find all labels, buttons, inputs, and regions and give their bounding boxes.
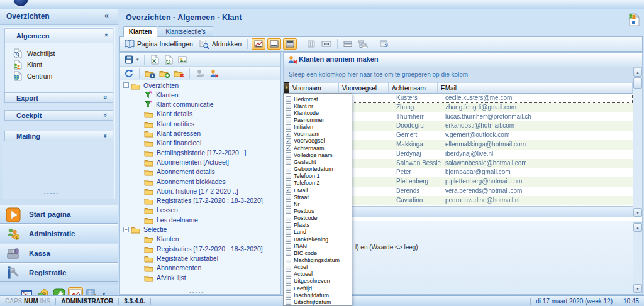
tree-item-registraties-17-2-2020-18-3-2020-[interactable]: Registraties [17-2-2020 : 18-3-2020]	[144, 196, 263, 205]
autosize-button[interactable]	[319, 39, 333, 49]
checkbox-unchecked[interactable]	[286, 236, 291, 242]
checkbox-unchecked[interactable]	[286, 152, 291, 158]
tree-item-afvink-lijst[interactable]: Afvink lijst	[144, 273, 186, 282]
checkbox-unchecked[interactable]	[286, 278, 291, 284]
page-settings-button[interactable]: Pagina Instellingen	[123, 38, 195, 50]
column-header-achternaam[interactable]: Achternaam	[389, 82, 438, 94]
layout-chart-toggle[interactable]	[252, 38, 265, 50]
export-image-button[interactable]	[177, 54, 188, 65]
tab-klanten[interactable]: Klanten	[123, 26, 157, 37]
chooser-item-klant-nr[interactable]: Klant nr	[284, 102, 352, 109]
checkbox-unchecked[interactable]	[286, 299, 291, 305]
delete-user-report-button[interactable]	[208, 68, 219, 79]
chooser-item-iban[interactable]: IBAN	[284, 243, 352, 249]
chooser-item-plaats[interactable]: Plaats	[284, 222, 352, 229]
chooser-item-telefoon-2[interactable]: Telefoon 2	[284, 180, 352, 187]
tree-item-lessen[interactable]: Lessen	[144, 205, 178, 215]
chooser-item-volledige-naam[interactable]: Volledige naam	[284, 151, 352, 158]
chooser-item-geslacht[interactable]: Geslacht	[284, 158, 352, 165]
chooser-item-actief[interactable]: Actief	[284, 264, 352, 271]
checkbox-unchecked[interactable]	[286, 292, 291, 298]
scroll-down-icon[interactable]: ▼	[633, 284, 642, 293]
tab-klantselecties[interactable]: Klantselectie's	[158, 26, 213, 37]
sidebar-item-klant[interactable]: Klant	[13, 59, 107, 70]
group-by-box[interactable]: Sleep een kolomkop hier naar toe om te g…	[284, 67, 642, 82]
checkbox-checked[interactable]: ✓	[286, 145, 291, 151]
checkbox-unchecked[interactable]	[286, 110, 291, 116]
checkbox-unchecked[interactable]	[286, 117, 291, 123]
column-header-email[interactable]: EMail	[438, 82, 633, 94]
checkbox-unchecked[interactable]	[286, 229, 291, 235]
scroll-down-icon[interactable]: ▼	[633, 208, 642, 217]
nav-administratie[interactable]: €Administratie	[0, 224, 118, 243]
column-header-voorvoegsel[interactable]: Voorvoegsel	[339, 82, 389, 94]
chevron-down-icon[interactable]: »	[102, 96, 109, 99]
layout-bottom-toggle[interactable]	[267, 38, 281, 50]
tree-expander-icon[interactable]: −	[123, 227, 129, 232]
chooser-item-email[interactable]: ✓EMail	[284, 187, 352, 194]
column-header-voornaam[interactable]: Voornaam	[289, 82, 339, 94]
tree-item-abonnementen-actueel-[interactable]: Abonnementen [Actueel]	[144, 157, 229, 167]
tree-item-selectie[interactable]: Selectie	[131, 225, 167, 234]
tree-item-betalingshistorie-17-2-2020-[interactable]: Betalingshistorie [17-2-2020 ..]	[144, 148, 246, 157]
checkbox-unchecked[interactable]	[286, 167, 291, 172]
filter-vscrollbar[interactable]: ▲ ▼	[633, 222, 643, 293]
nav-kassa[interactable]: Kassa	[0, 244, 118, 263]
sidebar-item-wachtlijst[interactable]: Wachtlijst	[13, 48, 107, 58]
export-window-button[interactable]	[378, 39, 392, 49]
tree-item-klant-communicatie[interactable]: Klant communicatie	[144, 100, 214, 109]
algemeen-group-header[interactable]: Algemeen »	[5, 29, 113, 43]
checkbox-checked[interactable]: ✓	[286, 131, 291, 137]
checkbox-unchecked[interactable]	[286, 216, 291, 221]
chooser-item-leeftijd[interactable]: Leeftijd	[284, 285, 352, 292]
tree-item-registraties-17-2-2020-18-3-2020-[interactable]: Registraties [17-2-2020 : 18-3-2020]	[144, 244, 263, 253]
tree-item-overzichten[interactable]: Overzichten	[131, 80, 179, 90]
chooser-item-nr[interactable]: Nr	[284, 200, 352, 207]
export-excel-button[interactable]: X	[149, 54, 160, 65]
scroll-up-icon[interactable]: ▲	[633, 223, 642, 232]
checkbox-unchecked[interactable]	[286, 243, 291, 249]
chooser-item-achternaam[interactable]: ✓Achternaam	[284, 145, 352, 151]
save-report-button[interactable]: ▾	[123, 54, 140, 65]
checkbox-unchecked[interactable]	[286, 250, 291, 256]
checkbox-checked[interactable]: ✓	[286, 187, 291, 193]
tree-item-klant-notities[interactable]: Klant notities	[144, 119, 194, 128]
scroll-up-icon[interactable]: ▲	[633, 68, 642, 77]
tree-item-klant-financieel[interactable]: Klant financieel	[144, 138, 201, 148]
tree-item-klant-details[interactable]: Klant details	[144, 109, 192, 119]
chooser-item-bic-code[interactable]: BIC code	[284, 249, 352, 256]
checkbox-checked[interactable]: ✓	[286, 138, 291, 144]
chooser-item-straat[interactable]: Straat	[284, 194, 352, 200]
tree-item-abon-historie-17-2-2020-[interactable]: Abon. historie [17-2-2020 ..]	[144, 186, 238, 195]
sidebar-item-centrum[interactable]: Centrum	[13, 70, 107, 81]
sidebar-group-mailing[interactable]: Mailing»	[4, 131, 113, 141]
checkbox-unchecked[interactable]	[286, 124, 291, 130]
tree-item-les-deelname[interactable]: Les deelname	[144, 215, 198, 224]
column-chooser-button[interactable]: ✶	[284, 82, 289, 94]
chooser-item-pasnummer[interactable]: Pasnummer	[284, 116, 352, 123]
chooser-item-voorvoegsel[interactable]: ✓Voorvoegsel	[284, 138, 352, 145]
checkbox-unchecked[interactable]	[286, 271, 291, 277]
print-button[interactable]: Afdrukken	[197, 38, 243, 50]
checkbox-unchecked[interactable]	[286, 222, 291, 228]
checkbox-unchecked[interactable]	[286, 194, 291, 200]
tree-splitter-handle[interactable]: •••••	[189, 289, 204, 295]
chooser-item-voornaam[interactable]: ✓Voornaam	[284, 131, 352, 138]
app-logo-icon[interactable]	[13, 0, 29, 8]
checkbox-unchecked[interactable]	[286, 265, 291, 270]
checkbox-unchecked[interactable]	[286, 159, 291, 165]
chooser-item-actueel[interactable]: Actueel	[284, 271, 352, 278]
sidebar-group-cockpit[interactable]: Cockpit»	[4, 110, 113, 121]
sidebar-splitter-handle[interactable]: •••••	[44, 190, 59, 196]
grid-vscrollbar[interactable]: ▲ ▼	[633, 67, 643, 217]
checkbox-unchecked[interactable]	[286, 258, 291, 263]
add-user-report-button[interactable]	[194, 68, 206, 79]
tree-item-klant-adressen[interactable]: Klant adressen	[144, 129, 201, 138]
checkbox-unchecked[interactable]	[286, 173, 291, 179]
sidebar-group-export[interactable]: Export»	[4, 92, 113, 103]
chooser-item-uitschrijfdatum[interactable]: Uitschrijfdatum	[284, 298, 352, 305]
tree-expander-icon[interactable]: −	[123, 82, 129, 88]
delete-folder-button[interactable]	[173, 68, 185, 79]
layout-top-toggle[interactable]	[283, 38, 297, 50]
gridlines-button[interactable]	[305, 39, 318, 49]
